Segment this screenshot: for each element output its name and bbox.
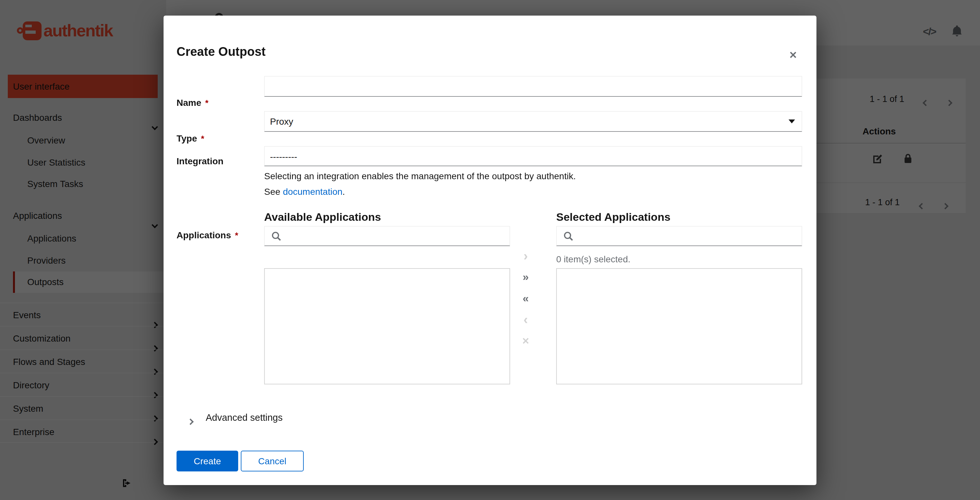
select-caret-icon [789,119,795,123]
available-applications-listbox[interactable] [264,268,510,384]
selected-count-status: 0 item(s) selected. [556,254,630,264]
create-button[interactable]: Create [177,451,238,471]
type-select[interactable]: Proxy [264,111,802,132]
available-applications-title: Available Applications [264,211,381,224]
advanced-settings-label[interactable]: Advanced settings [206,412,283,423]
move-selected-right-icon[interactable]: › [518,249,533,264]
integration-label: Integration [177,156,224,166]
cancel-button[interactable]: Cancel [241,451,304,471]
required-asterisk: * [235,231,238,240]
selected-applications-listbox[interactable] [556,268,802,384]
move-selected-left-icon[interactable]: ‹ [518,312,533,327]
name-label: Name* [177,97,208,108]
selected-applications-title: Selected Applications [556,211,670,224]
integration-help-see: See documentation. [264,186,345,197]
integration-select[interactable]: --------- [264,146,802,166]
modal-title: Create Outpost [177,45,266,59]
type-label: Type* [177,133,204,143]
name-input[interactable] [264,76,802,97]
close-icon[interactable]: ✕ [785,48,801,63]
applications-label: Applications* [177,230,238,240]
required-asterisk: * [201,134,204,143]
integration-help-text: Selecting an integration enables the man… [264,171,576,181]
advanced-settings-expander[interactable] [188,415,193,427]
clear-selection-icon[interactable]: ✕ [518,336,533,346]
page: authentik User interface Dashboards Over… [0,0,980,500]
move-all-left-icon[interactable]: « [518,292,533,305]
selected-search-input[interactable] [556,226,802,246]
documentation-link[interactable]: documentation [283,186,343,197]
available-search-input[interactable] [264,226,510,246]
search-icon [563,231,574,242]
required-asterisk: * [205,98,208,108]
search-icon [271,231,282,242]
create-outpost-modal: Create Outpost ✕ Name* Type* Proxy Integ… [164,16,816,485]
move-all-right-icon[interactable]: » [518,271,533,284]
